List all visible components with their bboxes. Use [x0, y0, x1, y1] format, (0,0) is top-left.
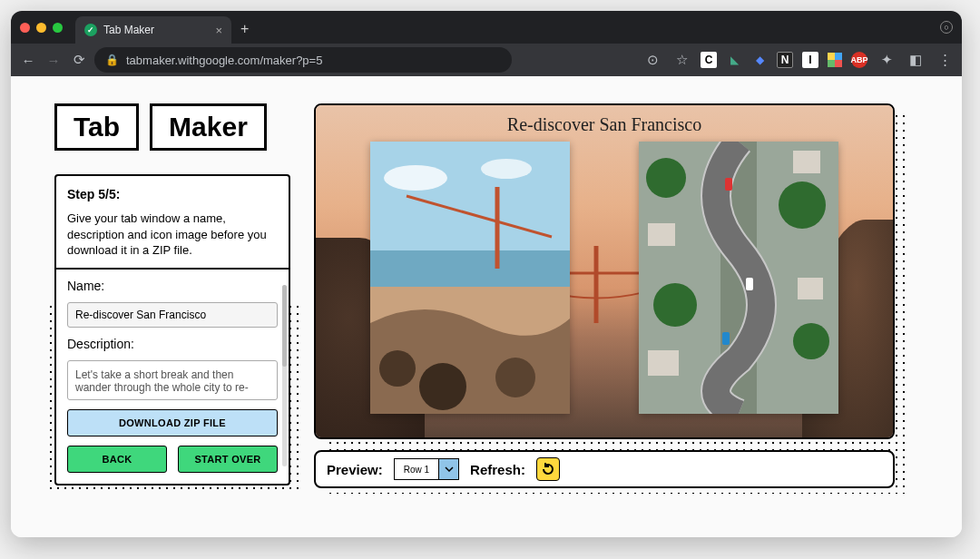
chrome-tab-strip: ✓ Tab Maker × + ○: [11, 11, 962, 44]
svg-point-15: [419, 363, 466, 410]
svg-point-20: [646, 158, 686, 198]
preview-title: Re-discover San Francisco: [316, 114, 893, 135]
preview-label: Preview:: [327, 462, 383, 477]
url-text: tabmaker.withgoogle.com/maker?p=5: [126, 54, 322, 67]
new-tab-button[interactable]: +: [240, 21, 249, 37]
page-content: Tab Maker Step 5/5: Give your tab window…: [11, 76, 962, 537]
svg-point-16: [495, 358, 535, 397]
extensions-icon[interactable]: ✦: [877, 50, 897, 70]
tab-title: Tab Maker: [103, 24, 154, 36]
svg-point-23: [793, 323, 829, 359]
minimize-window-button[interactable]: [36, 23, 46, 33]
extension-icon-c[interactable]: C: [701, 52, 717, 68]
svg-rect-1: [835, 53, 842, 60]
logo-word-maker: Maker: [150, 103, 267, 151]
back-icon[interactable]: ←: [18, 50, 38, 70]
svg-point-22: [653, 283, 697, 327]
window-controls: [20, 23, 63, 33]
search-icon[interactable]: ⊙: [642, 50, 662, 70]
description-input[interactable]: Let's take a short break and then wander…: [67, 360, 278, 400]
lock-icon: 🔒: [105, 54, 119, 66]
preview-photo-right: [639, 142, 838, 414]
svg-rect-30: [722, 332, 730, 345]
svg-rect-26: [648, 350, 679, 376]
svg-rect-0: [828, 53, 835, 60]
step-description: Give your tab window a name, description…: [67, 211, 278, 259]
chrome-toolbar: ← → ⟳ 🔒 tabmaker.withgoogle.com/maker?p=…: [11, 44, 962, 76]
kebab-menu-icon[interactable]: ⋮: [935, 50, 955, 70]
browser-window: ✓ Tab Maker × + ○ ← → ⟳ 🔒 tabmaker.withg…: [11, 11, 962, 537]
extension-icon-n[interactable]: N: [777, 52, 793, 68]
panel-divider: [56, 268, 289, 270]
svg-rect-27: [798, 278, 823, 299]
preview-controls: Preview: Row 1 Refresh:: [314, 450, 895, 488]
side-panel-icon[interactable]: ◧: [906, 50, 926, 70]
row-select-value: Row 1: [395, 459, 438, 479]
preview-photo-left: [370, 142, 570, 414]
panel-scrollbar-thumb[interactable]: [282, 285, 287, 367]
tab-favicon: ✓: [84, 24, 97, 36]
extension-icon-sq[interactable]: [828, 53, 842, 67]
description-label: Description:: [67, 337, 278, 351]
bookmark-icon[interactable]: ☆: [671, 50, 691, 70]
extension-icon-i[interactable]: I: [802, 52, 818, 68]
toolbar-right: ⊙ ☆ C ◣ ◆ N I ABP ✦ ◧ ⋮: [642, 50, 955, 70]
browser-tab[interactable]: ✓ Tab Maker ×: [75, 16, 231, 44]
account-icon[interactable]: ○: [940, 21, 953, 34]
maximize-window-button[interactable]: [53, 23, 63, 33]
right-column: Re-discover San Francisco: [327, 103, 918, 510]
close-tab-icon[interactable]: ×: [215, 24, 222, 37]
forward-icon[interactable]: →: [44, 50, 64, 70]
svg-rect-24: [648, 223, 675, 246]
chevron-down-icon[interactable]: [438, 459, 458, 479]
address-bar[interactable]: 🔒 tabmaker.withgoogle.com/maker?p=5: [94, 47, 512, 73]
left-column: Step 5/5: Give your tab window a name, d…: [54, 174, 290, 510]
refresh-icon: [541, 462, 555, 476]
start-over-button[interactable]: START OVER: [178, 446, 278, 473]
step-label: Step 5/5:: [67, 187, 278, 201]
svg-point-21: [779, 181, 826, 229]
app-logo: Tab Maker: [54, 103, 267, 151]
svg-point-14: [379, 350, 416, 387]
extension-icon-gem[interactable]: ◆: [751, 52, 768, 68]
row-select[interactable]: Row 1: [394, 458, 459, 480]
extension-icon-flag[interactable]: ◣: [726, 52, 742, 68]
svg-point-12: [384, 165, 447, 191]
svg-rect-29: [746, 278, 753, 290]
back-button[interactable]: BACK: [67, 446, 167, 473]
name-input[interactable]: [67, 302, 278, 328]
svg-rect-2: [828, 60, 835, 67]
reload-icon[interactable]: ⟳: [69, 50, 89, 70]
extension-icon-abp[interactable]: ABP: [851, 52, 867, 68]
close-window-button[interactable]: [20, 23, 30, 33]
step-panel: Step 5/5: Give your tab window a name, d…: [54, 174, 290, 485]
svg-rect-28: [725, 178, 732, 191]
svg-point-13: [481, 159, 532, 179]
download-zip-button[interactable]: DOWNLOAD ZIP FILE: [67, 409, 278, 436]
refresh-button[interactable]: [536, 457, 560, 481]
preview-canvas: Re-discover San Francisco: [314, 103, 895, 439]
refresh-label: Refresh:: [470, 462, 525, 477]
svg-rect-25: [793, 151, 820, 173]
name-label: Name:: [67, 279, 278, 293]
logo-word-tab: Tab: [54, 103, 139, 151]
svg-rect-3: [835, 60, 842, 67]
